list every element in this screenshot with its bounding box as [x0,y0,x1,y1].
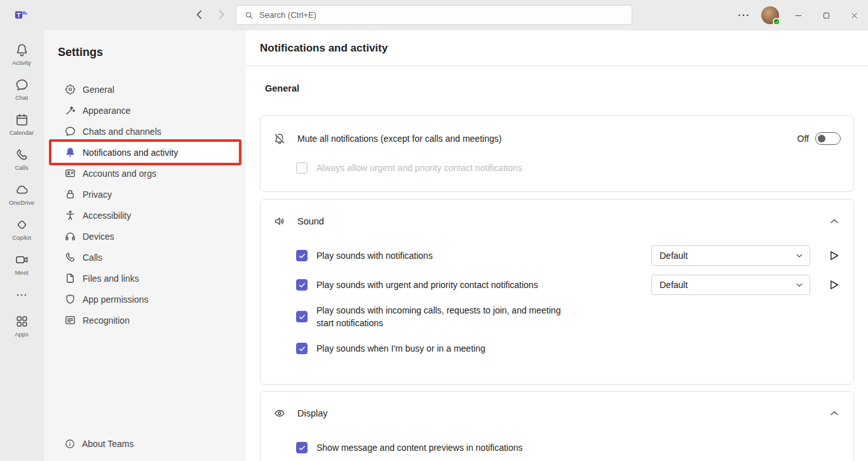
headset-icon [64,230,76,242]
toggle-knob [818,135,825,142]
sidebar-item-label: Notifications and activity [83,148,178,158]
app-rail: Activity Chat Calendar Calls OneDrive Co… [0,31,43,461]
play-sounds-notifications-checkbox[interactable] [296,250,308,261]
about-teams-label: About Teams [82,439,133,449]
section-general-heading: General [265,83,854,93]
settings-menu: General Appearance Chats and channels No… [51,79,238,331]
rail-item-meet[interactable]: Meet [0,247,43,282]
sidebar-item-label: Devices [83,231,114,242]
sidebar-item-recognition[interactable]: Recognition [51,310,238,331]
rail-item-activity[interactable]: Activity [0,37,43,72]
sidebar-item-label: General [83,85,114,95]
activity-bell-icon [15,43,29,57]
chevron-up-icon[interactable] [828,215,841,228]
mute-all-label: Mute all notifications (except for calls… [297,134,786,144]
teams-logo-icon [14,8,28,22]
play-preview-button[interactable] [827,249,841,263]
chevron-down-icon [794,251,804,261]
option-label: Play sounds when I'm busy or in a meetin… [316,342,841,355]
close-button[interactable] [840,0,868,31]
play-sounds-busy-checkbox[interactable] [296,343,308,354]
display-section-title: Display [297,408,328,418]
sidebar-item-calls[interactable]: Calls [51,247,238,268]
rail-item-calls[interactable]: Calls [0,142,43,177]
sidebar-item-notifications-and-activity[interactable]: Notifications and activity [51,142,238,163]
phone-icon [64,251,76,263]
titlebar [0,0,868,31]
phone-icon [15,148,29,162]
urgent-priority-checkbox [296,162,308,174]
about-teams-button[interactable]: About Teams [51,438,238,450]
play-sounds-calls-checkbox[interactable] [296,311,308,322]
sidebar-item-general[interactable]: General [51,79,238,100]
search-bar[interactable] [236,5,632,25]
person-icon [64,209,76,221]
toggle-state-label: Off [797,134,809,144]
bell-icon [64,146,76,158]
rail-item-onedrive[interactable]: OneDrive [0,177,43,212]
sidebar-item-privacy[interactable]: Privacy [51,184,238,205]
display-option-row: Show message and content previews in not… [296,437,841,458]
rail-item-more-apps[interactable] [0,282,43,308]
rail-item-apps[interactable]: Apps [0,308,43,343]
minimize-button[interactable] [784,0,812,31]
settings-title: Settings [58,45,232,60]
rail-label: Apps [15,331,29,338]
sidebar-item-label: Files and links [83,273,139,284]
settings-sidebar: Settings General Appearance Chats and ch… [43,31,246,461]
maximize-button[interactable] [812,0,840,31]
search-input[interactable] [259,10,624,20]
sidebar-item-appearance[interactable]: Appearance [51,100,238,121]
sidebar-item-label: Recognition [83,315,130,326]
more-options-icon[interactable] [736,8,751,23]
back-icon[interactable] [193,8,207,23]
sidebar-item-files-and-links[interactable]: Files and links [51,268,238,289]
notification-sound-dropdown[interactable]: Default [651,245,810,266]
rail-label: Meet [15,269,28,276]
chevron-down-icon [794,280,804,290]
sidebar-item-accounts-and-orgs[interactable]: Accounts and orgs [51,163,238,184]
sidebar-item-app-permissions[interactable]: App permissions [51,289,238,310]
document-icon [64,272,76,284]
rail-label: Chat [15,94,28,101]
urgent-priority-label: Always allow urgent and priority contact… [316,163,522,173]
apps-grid-icon [15,314,29,329]
info-icon [64,438,76,450]
settings-scroll-area[interactable]: General Mute all notifications (except f… [246,66,868,461]
sound-option-row: Play sounds when I'm busy or in a meetin… [296,338,841,359]
search-icon [244,10,254,20]
sidebar-item-accessibility[interactable]: Accessibility [51,205,238,226]
chat-bubble-icon [15,78,29,92]
chevron-up-icon[interactable] [828,407,841,420]
avatar[interactable] [761,6,779,24]
show-previews-checkbox[interactable] [296,442,308,453]
eye-icon [273,407,286,420]
sound-option-row: Play sounds with notifications Default [296,245,841,266]
rail-item-chat[interactable]: Chat [0,72,43,107]
option-label: Show message and content previews in not… [316,441,841,454]
option-label: Play sounds with notifications [316,249,642,262]
rail-label: Copilot [12,234,31,241]
mute-all-toggle[interactable] [815,132,841,145]
rail-label: Activity [12,59,31,66]
rail-item-copilot[interactable]: Copilot [0,212,43,247]
sidebar-item-label: Accessibility [83,210,131,221]
bell-off-icon [273,132,286,145]
more-apps-icon [15,289,28,301]
presence-available-icon [773,18,780,25]
calendar-icon [15,113,29,127]
id-card-icon [64,167,76,179]
display-section-card: Display Show message and content preview… [260,391,854,461]
settings-content: Notifications and activity General Mute … [246,31,868,461]
sidebar-item-devices[interactable]: Devices [51,226,238,247]
gear-icon [64,83,76,95]
play-sounds-urgent-checkbox[interactable] [296,279,308,291]
urgent-sound-dropdown[interactable]: Default [651,275,810,295]
sound-section-title: Sound [297,216,324,226]
sidebar-item-label: Privacy [83,189,112,200]
page-title: Notifications and activity [260,42,388,55]
play-preview-button[interactable] [827,278,841,292]
rail-item-calendar[interactable]: Calendar [0,107,43,142]
sidebar-item-chats-and-channels[interactable]: Chats and channels [51,121,238,142]
speaker-icon [273,215,286,228]
